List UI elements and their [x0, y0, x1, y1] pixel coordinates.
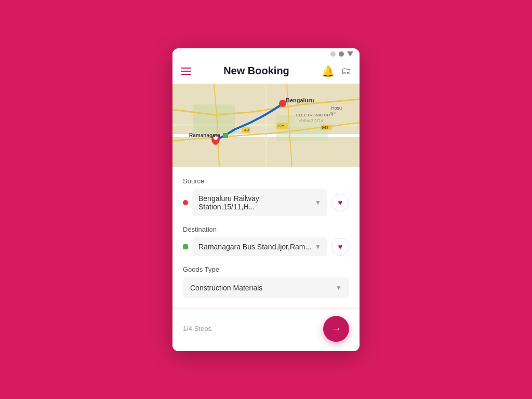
svg-text:Hosu: Hosu: [331, 105, 342, 111]
svg-point-13: [279, 100, 286, 107]
goods-type-input[interactable]: Construction Materials ▼: [183, 277, 349, 298]
footer-line: [172, 308, 360, 309]
bell-icon[interactable]: 🔔: [322, 65, 335, 77]
source-indicator: [183, 200, 188, 205]
form-footer: 1/4 Steps →: [172, 308, 360, 351]
next-button[interactable]: →: [323, 316, 349, 342]
goods-type-chevron-icon: ▼: [336, 284, 342, 291]
destination-field-group: Destination Ramanagara Bus Stand,Ijor,Ra…: [183, 225, 349, 256]
map-view: 48 48 275 948 Bengaluru Ramanagara ELECT…: [172, 84, 360, 167]
destination-chevron-icon: ▼: [315, 243, 321, 250]
destination-row: Ramanagara Bus Stand,Ijor,Ram... ▼ ♥: [183, 237, 349, 256]
phone-frame: New Booking 🔔 🗂 48 48 27: [172, 48, 360, 351]
status-icon-square: [330, 51, 336, 57]
svg-rect-4: [193, 104, 235, 136]
svg-text:Ramanagara: Ramanagara: [189, 132, 220, 138]
source-label: Source: [183, 177, 349, 185]
destination-input[interactable]: Ramanagara Bus Stand,Ijor,Ram... ▼: [192, 237, 327, 256]
source-value: Bengaluru Railway Station,15/11,H...: [198, 194, 315, 211]
source-field-group: Source Bengaluru Railway Station,15/11,H…: [183, 177, 349, 216]
svg-rect-17: [223, 133, 228, 138]
source-favorite-button[interactable]: ♥: [331, 194, 349, 211]
goods-type-label: Goods Type: [183, 265, 349, 273]
header-actions: 🔔 🗂: [322, 65, 351, 77]
status-bar: [172, 48, 360, 60]
svg-text:ELECTRONIC CITY: ELECTRONIC CITY: [296, 113, 334, 117]
page-title: New Booking: [223, 65, 289, 77]
next-arrow-icon: →: [331, 323, 341, 335]
destination-indicator: [183, 244, 188, 249]
svg-text:275: 275: [277, 124, 285, 128]
menu-icon[interactable]: [181, 68, 191, 75]
source-chevron-icon: ▼: [315, 199, 321, 206]
status-icon-triangle: [347, 51, 353, 57]
svg-text:Bengaluru: Bengaluru: [286, 97, 314, 103]
svg-point-16: [214, 143, 218, 145]
goods-type-field-group: Goods Type Construction Materials ▼: [183, 265, 349, 298]
svg-text:48: 48: [244, 128, 249, 132]
svg-text:ವಿದ್ಯುನ್ನಗರ: ವಿದ್ಯುನ್ನಗರ: [299, 118, 324, 123]
map-svg: 48 48 275 948 Bengaluru Ramanagara ELECT…: [172, 84, 360, 167]
user-icon[interactable]: 🗂: [341, 65, 351, 77]
app-header: New Booking 🔔 🗂: [172, 60, 360, 84]
destination-value: Ramanagara Bus Stand,Ijor,Ram...: [198, 243, 311, 251]
svg-text:948: 948: [322, 125, 329, 130]
booking-form: Source Bengaluru Railway Station,15/11,H…: [172, 167, 360, 298]
goods-type-value: Construction Materials: [190, 284, 262, 292]
destination-label: Destination: [183, 225, 349, 233]
steps-indicator: 1/4 Steps: [183, 325, 211, 332]
source-input[interactable]: Bengaluru Railway Station,15/11,H... ▼: [192, 189, 327, 216]
svg-text:ಹೊಸ: ಹೊಸ: [329, 112, 337, 115]
source-row: Bengaluru Railway Station,15/11,H... ▼ ♥: [183, 189, 349, 216]
destination-favorite-button[interactable]: ♥: [331, 238, 349, 256]
status-icon-circle: [339, 51, 344, 57]
